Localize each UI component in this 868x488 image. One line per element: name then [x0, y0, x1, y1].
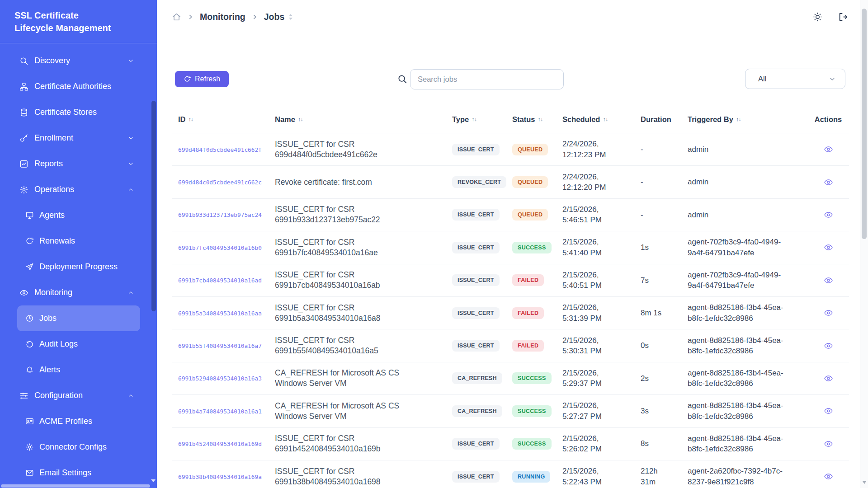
- search-input[interactable]: [410, 69, 564, 89]
- job-scheduled: 2/15/2026, 5:40:51 PM: [562, 270, 622, 291]
- job-triggered-by: agent-8d825186-f3b4-45ea-b8fc-1efdc32c89…: [688, 433, 796, 455]
- job-id-link[interactable]: 6991b52940849534010a16a3: [178, 375, 262, 382]
- sidebar-horizontal-scrollbar[interactable]: [1, 484, 150, 488]
- job-id-link[interactable]: 6991b55f40849534010a16a7: [178, 343, 262, 349]
- job-id-link[interactable]: 6991b4a740849534010a16a1: [178, 408, 262, 415]
- column-header-id[interactable]: ID ↑↓: [178, 115, 275, 124]
- job-type-badge: ISSUE_CERT: [452, 471, 500, 483]
- view-job-icon[interactable]: [824, 472, 833, 481]
- job-id-link[interactable]: 6991b7fc40849534010a16b0: [178, 244, 262, 251]
- topbar-actions: [812, 12, 848, 22]
- sidebar-item-audit-logs[interactable]: Audit Logs: [0, 331, 157, 357]
- job-triggered-by: admin: [688, 210, 796, 220]
- page-scroll-down-arrow[interactable]: [863, 481, 866, 484]
- job-id-link[interactable]: 699d484f0d5cbdee491c662f: [178, 146, 262, 153]
- sidebar-item-certificate-stores[interactable]: Certificate Stores: [0, 99, 157, 125]
- app-title: SSL Certificate Lifecycle Management: [0, 0, 157, 43]
- job-name: Revoke certificate: first.com: [275, 177, 416, 188]
- sidebar-item-email-settings[interactable]: Email Settings: [0, 460, 157, 486]
- view-job-icon[interactable]: [824, 210, 833, 220]
- search-icon: [19, 56, 28, 66]
- table-row: 6991b52940849534010a16a3CA_REFRESH for M…: [172, 362, 849, 395]
- theme-toggle-icon[interactable]: [812, 12, 823, 22]
- table-row: 6991b45240849534010a169dISSUE_CERT for C…: [172, 428, 849, 460]
- table-row: 6991b38b40849534010a169aISSUE_CERT for C…: [172, 460, 849, 488]
- home-icon[interactable]: [172, 12, 181, 22]
- jobs-table-body: 699d484f0d5cbdee491c662fISSUE_CERT for C…: [172, 133, 849, 488]
- view-job-icon[interactable]: [824, 374, 833, 383]
- view-job-icon[interactable]: [824, 145, 833, 154]
- job-triggered-by: admin: [688, 177, 796, 187]
- chevron-up-icon: [127, 186, 134, 193]
- view-job-icon[interactable]: [824, 406, 833, 416]
- sidebar-item-connector-configs[interactable]: Connector Configs: [0, 434, 157, 460]
- sidebar-item-configuration[interactable]: Configuration: [0, 383, 157, 408]
- breadcrumb-jobs[interactable]: Jobs: [264, 12, 285, 22]
- job-status-badge: SUCCESS: [512, 372, 552, 384]
- chevron-up-icon: [127, 289, 134, 296]
- status-filter-select[interactable]: All: [745, 69, 845, 89]
- refresh-button[interactable]: Refresh: [175, 71, 229, 87]
- job-id-link[interactable]: 6991b38b40849534010a169a: [178, 474, 262, 480]
- sidebar-item-jobs[interactable]: Jobs: [17, 305, 140, 331]
- job-id-link[interactable]: 6991b45240849534010a169d: [178, 441, 262, 447]
- job-name: ISSUE_CERT for CSR 6991b5a340849534010a1…: [275, 303, 416, 324]
- job-duration: 8s: [641, 438, 668, 449]
- key-icon: [19, 134, 28, 143]
- sidebar-item-renewals[interactable]: Renewals: [0, 228, 157, 254]
- job-id-link[interactable]: 6991b5a340849534010a16aa: [178, 310, 262, 317]
- sidebar-item-operations[interactable]: Operations: [0, 177, 157, 202]
- column-header-triggered-by[interactable]: Triggered By ↑↓: [688, 115, 807, 124]
- job-status-badge: QUEUED: [512, 144, 548, 155]
- view-job-icon[interactable]: [824, 243, 833, 252]
- sidebar-item-alerts[interactable]: Alerts: [0, 357, 157, 383]
- sort-icon: ↑↓: [736, 117, 741, 122]
- logout-icon[interactable]: [838, 12, 848, 22]
- job-duration: -: [641, 177, 668, 187]
- sidebar-item-certificate-authorities[interactable]: Certificate Authorities: [0, 74, 157, 99]
- breadcrumb-monitoring[interactable]: Monitoring: [200, 12, 245, 22]
- sidebar-scroll-down-arrow[interactable]: [151, 479, 156, 482]
- view-job-icon[interactable]: [824, 308, 833, 318]
- table-row: 6991b933d123713eb975ac24ISSUE_CERT for C…: [172, 199, 849, 231]
- column-header-name[interactable]: Name ↑↓: [275, 115, 452, 124]
- column-header-type[interactable]: Type ↑↓: [452, 115, 512, 124]
- job-name: ISSUE_CERT for CSR 6991b7cb40849534010a1…: [275, 270, 416, 291]
- sidebar-item-reports[interactable]: Reports: [0, 151, 157, 177]
- view-job-icon[interactable]: [824, 178, 833, 187]
- page-scrollbar-thumb[interactable]: [862, 9, 867, 239]
- chevron-down-icon: [829, 75, 836, 83]
- job-id-link[interactable]: 6991b7cb40849534010a16ad: [178, 277, 262, 284]
- column-header-scheduled[interactable]: Scheduled ↑↓: [562, 115, 641, 124]
- sidebar-item-discovery[interactable]: Discovery: [0, 48, 157, 74]
- job-duration: 3s: [641, 406, 668, 416]
- view-job-icon[interactable]: [824, 276, 833, 285]
- job-scheduled: 2/15/2026, 5:30:31 PM: [562, 335, 622, 357]
- sort-icon: ↑↓: [298, 117, 303, 122]
- sort-icon: ↑↓: [603, 117, 608, 122]
- sidebar-item-monitoring[interactable]: Monitoring: [0, 280, 157, 305]
- column-header-duration: Duration: [641, 115, 688, 124]
- sidebar-scrollbar-thumb[interactable]: [151, 101, 156, 311]
- table-row: 6991b7fc40849534010a16b0ISSUE_CERT for C…: [172, 231, 849, 264]
- chevron-down-icon: [127, 135, 134, 141]
- sidebar-item-agents[interactable]: Agents: [0, 202, 157, 228]
- job-name: ISSUE_CERT for CSR 6991b7fc40849534010a1…: [275, 237, 416, 258]
- view-job-icon[interactable]: [824, 341, 833, 351]
- job-type-badge: CA_REFRESH: [452, 372, 502, 384]
- column-header-status[interactable]: Status ↑↓: [512, 115, 562, 124]
- job-id-link[interactable]: 699d484c0d5cbdee491c662c: [178, 179, 262, 186]
- sidebar-item-acme-profiles[interactable]: ACME Profiles: [0, 408, 157, 434]
- job-id-link[interactable]: 6991b933d123713eb975ac24: [178, 211, 262, 218]
- chevron-up-icon: [127, 392, 134, 399]
- page-scrollbar[interactable]: [860, 0, 868, 488]
- job-scheduled: 2/15/2026, 5:46:51 PM: [562, 204, 622, 225]
- job-type-badge: ISSUE_CERT: [452, 274, 500, 286]
- sidebar-item-deployment-progress[interactable]: Deployment Progress: [0, 254, 157, 280]
- table-row: 6991b5a340849534010a16aaISSUE_CERT for C…: [172, 297, 849, 329]
- job-scheduled: 2/24/2026, 12:12:23 PM: [562, 139, 622, 160]
- view-job-icon[interactable]: [824, 439, 833, 449]
- sidebar-item-enrollment[interactable]: Enrollment: [0, 125, 157, 151]
- sidebar-nav: DiscoveryCertificate AuthoritiesCertific…: [0, 43, 157, 486]
- job-scheduled: 2/15/2026, 5:22:43 PM: [562, 466, 622, 487]
